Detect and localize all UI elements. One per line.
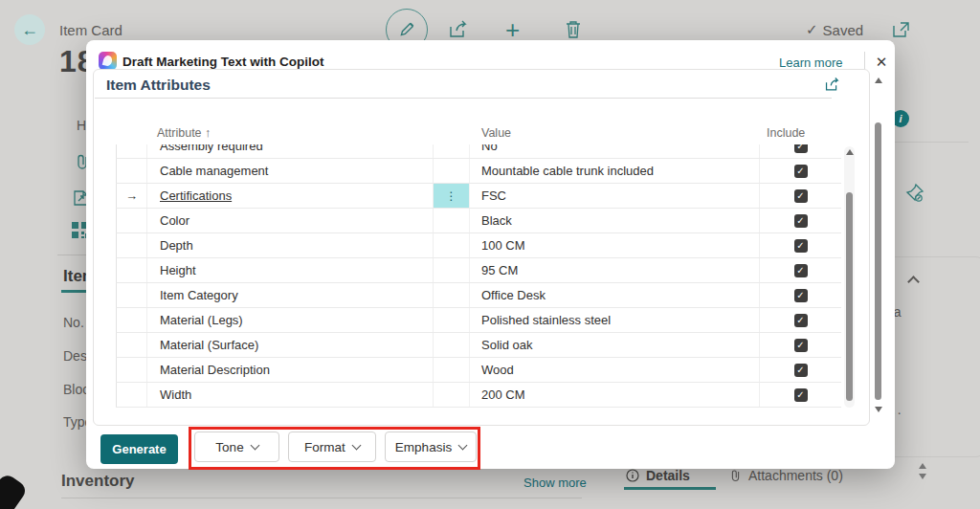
value-cell[interactable]: Solid oak [470, 333, 760, 357]
value-cell[interactable]: 100 CM [470, 233, 760, 257]
row-selector-cell[interactable] [117, 358, 147, 382]
table-row[interactable]: Material (Legs)Polished stainless steel✓ [116, 308, 841, 333]
table-row[interactable]: Item CategoryOffice Desk✓ [116, 283, 841, 308]
include-checkbox[interactable]: ✓ [794, 264, 808, 277]
attribute-cell[interactable]: Depth [147, 233, 434, 257]
row-selector-cell[interactable] [117, 258, 147, 282]
include-checkbox[interactable]: ✓ [794, 165, 808, 178]
scroll-up-icon[interactable] [919, 463, 926, 469]
share-button[interactable] [448, 19, 471, 40]
include-cell: ✓ [760, 333, 841, 357]
column-header-value[interactable]: Value [481, 126, 511, 140]
include-checkbox[interactable]: ✓ [794, 339, 808, 352]
attribute-cell[interactable]: Material (Surface) [147, 333, 434, 357]
table-row[interactable]: Height95 CM✓ [116, 258, 841, 283]
value-cell[interactable]: Office Desk [470, 283, 760, 307]
tab-details[interactable]: Details [626, 468, 690, 483]
column-header-include[interactable]: Include [767, 126, 805, 140]
generate-button[interactable]: Generate [100, 434, 178, 464]
row-selector-cell[interactable] [117, 144, 147, 158]
table-row[interactable]: Cable managementMountable cable trunk in… [116, 159, 841, 184]
attribute-name[interactable]: Cable management [160, 164, 268, 178]
value-cell[interactable]: 200 CM [470, 383, 760, 407]
table-row[interactable]: Assembly requiredNo✓ [116, 144, 841, 159]
table-row[interactable]: Depth100 CM✓ [116, 233, 841, 258]
delete-button[interactable] [564, 19, 583, 40]
table-row[interactable]: ColorBlack✓ [116, 209, 841, 233]
attribute-cell[interactable]: Cable management [147, 159, 434, 183]
column-header-attribute[interactable]: Attribute ↑ [157, 126, 211, 140]
include-checkbox[interactable]: ✓ [794, 144, 808, 153]
dialog-scroll-up-icon[interactable] [875, 77, 882, 83]
section-title: Item Attributes [106, 77, 211, 94]
include-checkbox[interactable]: ✓ [794, 189, 808, 203]
dialog-scrollbar-thumb[interactable] [875, 122, 881, 400]
value-cell[interactable]: Wood [470, 358, 760, 382]
cursor-shape [0, 472, 29, 509]
row-selector-cell[interactable] [117, 308, 147, 332]
include-checkbox[interactable]: ✓ [794, 364, 808, 377]
attribute-name[interactable]: Height [160, 263, 196, 277]
active-tab-underline [624, 487, 716, 490]
include-checkbox[interactable]: ✓ [794, 289, 808, 302]
include-cell: ✓ [760, 184, 841, 208]
back-button[interactable]: ← [14, 14, 45, 45]
value-cell[interactable]: No [470, 144, 760, 158]
value-cell[interactable]: 95 CM [470, 258, 760, 282]
dialog-scrollbar[interactable] [873, 75, 883, 415]
attribute-name[interactable]: Width [160, 387, 191, 402]
attribute-cell[interactable]: Material (Legs) [147, 308, 434, 332]
attribute-name[interactable]: Material Description [160, 363, 270, 377]
value-cell[interactable]: Mountable cable trunk included [470, 159, 760, 183]
show-more-link[interactable]: Show more [523, 476, 587, 490]
attribute-cell[interactable]: Item Category [147, 283, 434, 307]
scroll-down-icon[interactable] [919, 474, 926, 479]
attribute-name[interactable]: Item Category [160, 288, 238, 302]
row-selector-cell[interactable] [117, 283, 147, 307]
table-row[interactable]: Material (Surface)Solid oak✓ [116, 333, 841, 358]
row-selector-cell[interactable] [117, 333, 147, 357]
tab-attachments[interactable]: Attachments (0) [729, 468, 843, 483]
value-cell[interactable]: FSC [470, 184, 760, 208]
chevron-down-icon [250, 440, 259, 450]
attribute-cell[interactable]: Height [147, 258, 434, 282]
value-cell[interactable]: Black [470, 209, 760, 232]
dialog-scroll-down-icon[interactable] [875, 407, 882, 412]
include-checkbox[interactable]: ✓ [794, 388, 808, 402]
learn-more-link[interactable]: Learn more [779, 55, 842, 70]
attribute-name[interactable]: Assembly required [160, 144, 263, 153]
attribute-cell[interactable]: Width [147, 383, 434, 407]
row-selector-cell[interactable]: → [117, 184, 147, 208]
include-checkbox[interactable]: ✓ [794, 239, 808, 253]
attribute-name[interactable]: Color [160, 213, 189, 228]
section-share-button[interactable] [824, 77, 842, 93]
attribute-name[interactable]: Material (Legs) [160, 313, 243, 327]
table-row[interactable]: →Certifications⋮FSC✓ [116, 184, 841, 209]
emphasis-dropdown[interactable]: Emphasis [385, 432, 477, 462]
close-button[interactable]: ✕ [871, 52, 892, 73]
attribute-name[interactable]: Certifications [160, 188, 232, 203]
open-in-new-button[interactable] [892, 21, 910, 38]
row-selector-cell[interactable] [117, 383, 147, 407]
row-menu-button[interactable]: ⋮ [434, 184, 470, 208]
row-selector-cell[interactable] [117, 209, 147, 232]
value-cell[interactable]: Polished stainless steel [470, 308, 760, 332]
attribute-name[interactable]: Depth [160, 238, 193, 253]
table-row[interactable]: Material DescriptionWood✓ [116, 358, 841, 383]
include-checkbox[interactable]: ✓ [794, 314, 808, 327]
table-scroll-up-icon[interactable] [846, 149, 854, 155]
attribute-name[interactable]: Material (Surface) [160, 338, 258, 352]
row-selector-cell[interactable] [117, 233, 147, 257]
attribute-cell[interactable]: Assembly required [147, 144, 434, 158]
include-checkbox[interactable]: ✓ [794, 214, 808, 228]
table-row[interactable]: Width200 CM✓ [116, 383, 841, 408]
format-dropdown[interactable]: Format [288, 432, 376, 462]
attribute-cell[interactable]: Material Description [147, 358, 434, 382]
unpin-button[interactable] [903, 183, 924, 204]
attribute-cell[interactable]: Color [147, 209, 434, 232]
row-selector-cell[interactable] [117, 159, 147, 183]
attribute-cell[interactable]: Certifications [147, 184, 434, 208]
table-scrollbar-thumb[interactable] [846, 192, 853, 401]
tone-dropdown[interactable]: Tone [194, 432, 279, 462]
table-scrollbar[interactable] [844, 146, 855, 408]
